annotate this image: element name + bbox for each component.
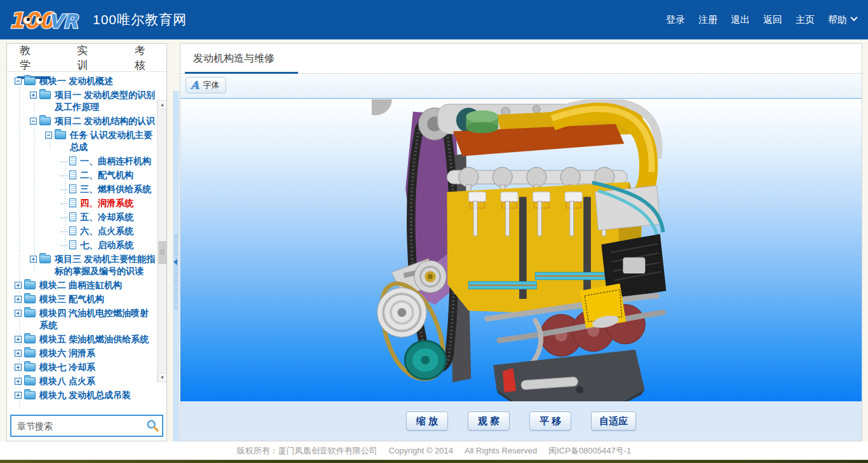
tree-node[interactable]: 模块六 润滑系 [7, 347, 157, 359]
viewer-controls: 缩 放观 察平 移自适应 [180, 401, 862, 441]
tree-node[interactable]: 项目二 发动机结构的认识 [7, 115, 157, 127]
footer-text: 闽ICP备08005447号-1 [548, 445, 631, 457]
main-panel: 发动机构造与维修 A 字体 [180, 43, 862, 441]
chapter-search-input[interactable] [10, 415, 163, 437]
tree-node[interactable]: 模块二 曲柄连缸机构 [7, 279, 157, 291]
header-link-主页[interactable]: 主页 [796, 14, 815, 26]
folder-icon [24, 77, 36, 85]
tree-node[interactable]: 模块三 配气机构 [7, 293, 157, 305]
splitter-grip [174, 234, 178, 310]
tree-node-label[interactable]: 模块二 曲柄连缸机构 [39, 279, 157, 291]
tree-node-label[interactable]: 模块五 柴油机燃油供给系统 [39, 333, 157, 345]
footer: 版权所有：厦门凤凰创壹软件有限公司Copyright © 2014All Rig… [0, 441, 868, 460]
scroll-down-icon[interactable]: ▼ [158, 373, 166, 382]
sidebar-tabs: 教 学实 训考 核 [7, 44, 166, 72]
expand-icon[interactable] [15, 310, 22, 317]
expand-icon[interactable] [15, 392, 22, 399]
expand-icon[interactable] [15, 336, 22, 343]
tree-node-label[interactable]: 模块六 润滑系 [39, 347, 157, 359]
font-A-icon: A [191, 80, 199, 91]
tree-node-label[interactable]: 项目一 发动机类型的识别及工作原理 [55, 89, 157, 113]
document-icon [69, 240, 76, 249]
tree-node-label[interactable]: 一、曲柄连杆机构 [80, 155, 157, 167]
logo[interactable]: 100 VR VR 100唯尔教育网 [8, 5, 187, 34]
tree-node-label[interactable]: 模块一 发动机概述 [39, 75, 157, 87]
tree-node[interactable]: 三、燃料供给系统 [7, 183, 157, 195]
header-link-返回[interactable]: 返回 [763, 14, 782, 26]
tree-connector [60, 218, 68, 218]
tree-node[interactable]: 五、冷却系统 [7, 211, 157, 223]
collapse-icon[interactable] [30, 118, 37, 125]
site-name: 100唯尔教育网 [93, 11, 187, 29]
tree-node[interactable]: 二、配气机构 [7, 169, 157, 181]
expand-icon[interactable] [15, 364, 22, 371]
tree-node[interactable]: 模块四 汽油机电控燃油喷射系统 [7, 307, 157, 331]
tree-node-label[interactable]: 模块九 发动机总成吊装 [39, 389, 157, 401]
expand-icon[interactable] [15, 378, 22, 385]
expand-icon[interactable] [30, 92, 37, 99]
scroll-up-icon[interactable]: ▲ [158, 100, 166, 109]
tree-node-label[interactable]: 模块八 点火系 [39, 375, 157, 387]
header-link-帮助[interactable]: 帮助 [828, 14, 857, 26]
expand-icon[interactable] [15, 296, 22, 303]
tree-node-label[interactable]: 项目二 发动机结构的认识 [55, 115, 157, 127]
tree-connector [60, 176, 68, 176]
tree-node[interactable]: 项目三 发动机主要性能指标的掌握及编号的识读 [7, 253, 157, 277]
tree-node[interactable]: 一、曲柄连杆机构 [7, 155, 157, 167]
document-icon [69, 170, 76, 179]
folder-icon [24, 349, 36, 357]
tree-node[interactable]: 任务 认识发动机主要总成 [7, 129, 157, 153]
panel-splitter[interactable] [173, 91, 179, 441]
tree-node[interactable]: 模块一 发动机概述 [7, 75, 157, 87]
tree-node-label[interactable]: 四、润滑系统 [80, 197, 157, 209]
tree-connector [60, 232, 68, 232]
tree-node[interactable]: 项目一 发动机类型的识别及工作原理 [7, 89, 157, 113]
logo-100vr-icon: 100 VR VR [8, 5, 85, 34]
viewer-button-自适应[interactable]: 自适应 [591, 411, 636, 431]
tree-node-label[interactable]: 五、冷却系统 [80, 211, 157, 223]
tree-node-label[interactable]: 三、燃料供给系统 [80, 183, 157, 195]
tree-node-label[interactable]: 模块七 冷却系 [39, 361, 157, 373]
header: 100 VR VR 100唯尔教育网 登录注册退出返回主页帮助 [0, 0, 868, 39]
expand-icon[interactable] [15, 282, 22, 289]
header-link-退出[interactable]: 退出 [731, 14, 750, 26]
tree-node[interactable]: 四、润滑系统 [7, 197, 157, 209]
chapter-search [7, 411, 166, 441]
tree-node[interactable]: 六、点火系统 [7, 225, 157, 237]
search-icon[interactable] [146, 419, 159, 432]
tree-node[interactable]: 模块七 冷却系 [7, 361, 157, 373]
folder-icon [39, 91, 51, 99]
tree-node[interactable]: 模块八 点火系 [7, 375, 157, 387]
tree-node-label[interactable]: 六、点火系统 [80, 225, 157, 237]
scrollbar-thumb[interactable] [158, 241, 166, 264]
tree-scrollbar[interactable]: ▲ ▼ [157, 100, 166, 382]
viewer-button-观察[interactable]: 观 察 [468, 411, 510, 431]
viewer-button-平移[interactable]: 平 移 [529, 411, 571, 431]
folder-icon [39, 117, 51, 125]
chevron-down-icon [850, 14, 857, 21]
collapse-arrow-icon[interactable] [173, 259, 177, 265]
tree-node-label[interactable]: 七、启动系统 [80, 239, 157, 251]
sidebar: 教 学实 训考 核 模块一 发动机概述项目一 发动机类型的识别及工作原理项目二 … [6, 43, 167, 441]
expand-icon[interactable] [15, 350, 22, 357]
tree-node[interactable]: 七、启动系统 [7, 239, 157, 251]
viewer-canvas[interactable] [180, 98, 862, 402]
collapse-icon[interactable] [45, 132, 52, 139]
header-link-登录[interactable]: 登录 [666, 14, 685, 26]
expand-icon[interactable] [30, 256, 37, 263]
tree-connector [60, 245, 68, 246]
tree-node-label[interactable]: 模块三 配气机构 [39, 293, 157, 305]
tree-node[interactable]: 模块五 柴油机燃油供给系统 [7, 333, 157, 345]
tab-engine-course[interactable]: 发动机构造与维修 [193, 52, 275, 66]
tree-node-label[interactable]: 二、配气机构 [80, 169, 157, 181]
tree-node[interactable]: 模块九 发动机总成吊装 [7, 389, 157, 401]
tree-node-label[interactable]: 项目三 发动机主要性能指标的掌握及编号的识读 [55, 253, 157, 277]
engine-3d-model[interactable] [372, 99, 670, 402]
header-link-注册[interactable]: 注册 [698, 14, 717, 26]
tree-node-label[interactable]: 任务 认识发动机主要总成 [70, 129, 157, 153]
collapse-icon[interactable] [15, 78, 22, 85]
svg-text:VR: VR [48, 10, 79, 32]
font-button[interactable]: A 字体 [186, 77, 226, 93]
viewer-button-缩放[interactable]: 缩 放 [406, 411, 448, 431]
tree-node-label[interactable]: 模块四 汽油机电控燃油喷射系统 [39, 307, 157, 331]
